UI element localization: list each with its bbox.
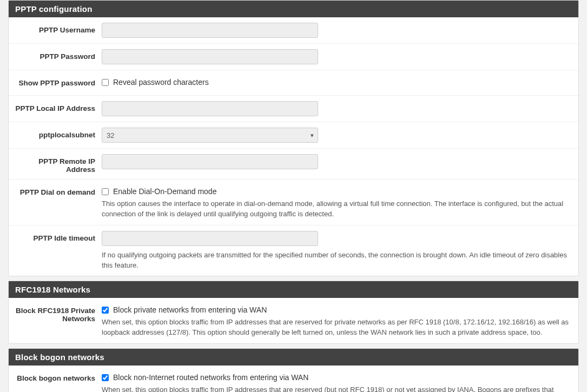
- bogon-header: Block bogon networks: [9, 349, 578, 366]
- pptplocalsubnet-select[interactable]: 32: [102, 128, 318, 143]
- row-show-pptp-password: Show PPTP password Reveal password chara…: [9, 70, 578, 96]
- rfc1918-checkbox-wrap[interactable]: Block private networks from entering via…: [102, 305, 572, 314]
- bogon-help-text: When set, this option blocks traffic fro…: [102, 385, 572, 392]
- label-pptp-local-ip: PPTP Local IP Address: [15, 101, 102, 112]
- idle-help-text: If no qualifying outgoing packets are tr…: [102, 250, 572, 271]
- pptp-local-ip-input[interactable]: [102, 101, 318, 116]
- show-password-checkbox-label: Reveal password characters: [113, 78, 209, 87]
- label-pptp-remote-ip: PPTP Remote IP Address: [15, 154, 102, 174]
- rfc1918-help-text: When set, this option blocks traffic fro…: [102, 317, 572, 338]
- row-pptp-password: PPTP Password: [9, 44, 578, 70]
- label-bogon-block: Block bogon networks: [15, 371, 102, 382]
- rfc1918-checkbox[interactable]: [102, 307, 109, 314]
- label-pptplocalsubnet: pptplocalsubnet: [15, 128, 102, 139]
- label-pptp-password: PPTP Password: [15, 49, 102, 61]
- row-pptp-dod: PPTP Dial on demand Enable Dial-On-Deman…: [9, 180, 578, 225]
- rfc1918-checkbox-label: Block private networks from entering via…: [113, 305, 267, 314]
- label-rfc1918-block: Block RFC1918 Private Networks: [15, 303, 102, 323]
- row-pptplocalsubnet: pptplocalsubnet 32: [9, 122, 578, 149]
- show-password-checkbox-wrap[interactable]: Reveal password characters: [102, 78, 572, 87]
- pptp-username-input[interactable]: [102, 23, 318, 38]
- rfc1918-panel: RFC1918 Networks Block RFC1918 Private N…: [8, 281, 579, 344]
- row-pptp-remote-ip: PPTP Remote IP Address: [9, 149, 578, 180]
- bogon-checkbox[interactable]: [102, 374, 109, 381]
- label-pptp-dod: PPTP Dial on demand: [15, 185, 102, 196]
- dod-checkbox-wrap[interactable]: Enable Dial-On-Demand mode: [102, 187, 572, 196]
- pptp-password-input[interactable]: [102, 49, 318, 64]
- dod-checkbox-label: Enable Dial-On-Demand mode: [113, 187, 216, 196]
- pptp-panel: PPTP configuration PPTP Username PPTP Pa…: [8, 0, 579, 276]
- row-bogon-block: Block bogon networks Block non-Internet …: [9, 366, 578, 392]
- pptp-idle-input[interactable]: [102, 231, 318, 246]
- pptp-remote-ip-input[interactable]: [102, 154, 318, 169]
- rfc1918-header: RFC1918 Networks: [9, 281, 578, 298]
- label-pptp-username: PPTP Username: [15, 23, 102, 34]
- bogon-checkbox-label: Block non-Internet routed networks from …: [113, 373, 308, 382]
- row-pptp-username: PPTP Username: [9, 17, 578, 44]
- label-pptp-idle: PPTP Idle timeout: [15, 231, 102, 242]
- label-show-pptp-password: Show PPTP password: [15, 76, 102, 87]
- dod-checkbox[interactable]: [102, 188, 109, 195]
- row-pptp-idle: PPTP Idle timeout If no qualifying outgo…: [9, 225, 578, 276]
- bogon-panel: Block bogon networks Block bogon network…: [8, 348, 579, 392]
- pptp-header: PPTP configuration: [9, 1, 578, 17]
- bogon-checkbox-wrap[interactable]: Block non-Internet routed networks from …: [102, 373, 572, 382]
- dod-help-text: This option causes the interface to oper…: [102, 199, 572, 220]
- row-pptp-local-ip: PPTP Local IP Address: [9, 96, 578, 122]
- row-rfc1918-block: Block RFC1918 Private Networks Block pri…: [9, 298, 578, 343]
- show-password-checkbox[interactable]: [102, 79, 109, 86]
